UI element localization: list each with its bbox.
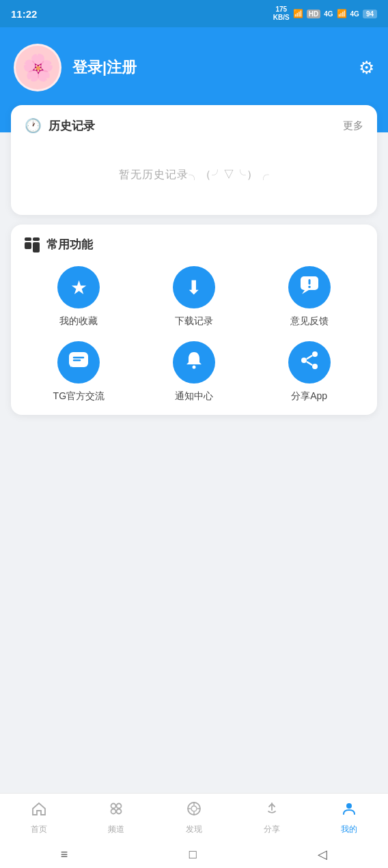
feedback-label: 意见反馈: [290, 315, 329, 328]
login-register-button[interactable]: 登录|注册: [72, 57, 137, 78]
downloads-icon: ⬇: [186, 276, 202, 299]
settings-button[interactable]: ⚙: [359, 57, 374, 78]
feature-feedback[interactable]: 意见反馈: [255, 266, 363, 328]
svg-point-12: [111, 804, 116, 809]
battery-icon: 94: [363, 10, 377, 18]
time-display: 11:22: [11, 8, 37, 20]
signal-4g-2: 4G: [350, 10, 359, 18]
signal-4g-1: 4G: [324, 10, 333, 18]
system-nav-bar: ≡ □ ◁: [0, 841, 388, 868]
home-nav-icon: [31, 800, 47, 821]
signal-bar: 📶: [337, 9, 347, 18]
feature-share[interactable]: 分享App: [255, 341, 363, 403]
features-card-header: 常用功能: [25, 237, 363, 252]
status-icons: 175KB/S 📶 HD 4G 📶 4G 94: [273, 5, 377, 22]
feature-tg[interactable]: TG官方交流: [25, 341, 133, 403]
favorites-label: 我的收藏: [59, 315, 98, 328]
network-speed: 175KB/S: [273, 5, 290, 22]
share-nav-label: 分享: [264, 824, 280, 835]
share-nav-icon: [264, 800, 280, 821]
nav-home[interactable]: 首页: [15, 800, 63, 835]
downloads-label: 下载记录: [175, 315, 213, 328]
notifications-label: 通知中心: [175, 390, 213, 403]
home-nav-label: 首页: [31, 824, 47, 835]
feature-favorites[interactable]: ★ 我的收藏: [25, 266, 133, 328]
mine-nav-icon: [341, 800, 357, 821]
svg-line-11: [307, 362, 312, 365]
svg-point-22: [346, 803, 352, 809]
features-title: 常用功能: [46, 237, 93, 252]
features-icon: [25, 237, 40, 252]
discover-nav-label: 发现: [186, 824, 202, 835]
feature-notifications[interactable]: 通知中心: [140, 341, 249, 403]
svg-point-13: [117, 804, 122, 809]
svg-point-8: [301, 358, 307, 363]
tg-label: TG官方交流: [53, 390, 105, 403]
history-title: 历史记录: [48, 118, 95, 134]
svg-rect-2: [308, 279, 310, 285]
svg-point-17: [191, 806, 197, 811]
avatar[interactable]: 🌸: [14, 44, 61, 91]
svg-marker-1: [302, 290, 309, 294]
nav-discover[interactable]: 发现: [170, 800, 218, 835]
svg-point-3: [308, 286, 311, 289]
status-bar: 11:22 175KB/S 📶 HD 4G 📶 4G 94: [0, 0, 388, 27]
svg-line-10: [307, 356, 312, 359]
features-card: 常用功能 ★ 我的收藏 ⬇ 下载记录: [11, 225, 377, 415]
mine-nav-label: 我的: [341, 824, 357, 835]
feedback-icon-circle: [288, 266, 331, 308]
features-title-row: 常用功能: [25, 237, 93, 252]
downloads-icon-circle: ⬇: [173, 266, 215, 308]
history-empty-message: 暂无历史记录╮（╯▽╰）╭: [25, 141, 363, 203]
nav-channel[interactable]: 频道: [92, 800, 140, 835]
svg-point-14: [111, 809, 116, 814]
wifi-icon: 📶: [293, 9, 303, 18]
history-more-button[interactable]: 更多: [343, 119, 363, 132]
avatar-image: 🌸: [22, 55, 54, 81]
discover-nav-icon: [186, 800, 202, 821]
notifications-icon-circle: [173, 341, 215, 384]
svg-point-9: [312, 364, 318, 369]
features-grid: ★ 我的收藏 ⬇ 下载记录: [25, 266, 363, 403]
hd-badge: HD: [307, 10, 320, 18]
svg-point-7: [312, 351, 318, 357]
bottom-navigation: 首页 频道 发现: [0, 793, 388, 841]
system-back-button[interactable]: ◁: [318, 847, 327, 862]
share-app-label: 分享App: [291, 390, 327, 403]
favorites-icon-circle: ★: [57, 266, 100, 308]
nav-mine[interactable]: 我的: [325, 800, 373, 835]
notifications-icon: [183, 349, 205, 376]
history-title-row: 🕐 历史记录: [25, 117, 95, 134]
history-card: 🕐 历史记录 更多 暂无历史记录╮（╯▽╰）╭: [11, 105, 377, 215]
channel-nav-icon: [108, 800, 124, 821]
user-info: 🌸 登录|注册: [14, 44, 137, 91]
share-icon-circle: [288, 341, 331, 384]
nav-share[interactable]: 分享: [248, 800, 296, 835]
svg-point-15: [117, 809, 122, 814]
feedback-icon: [299, 275, 320, 300]
tg-icon: [68, 349, 89, 376]
channel-nav-label: 频道: [108, 824, 124, 835]
feature-downloads[interactable]: ⬇ 下载记录: [140, 266, 249, 328]
tg-icon-circle: [57, 341, 100, 384]
svg-point-6: [192, 365, 195, 368]
favorites-icon: ★: [70, 276, 87, 299]
history-icon: 🕐: [25, 117, 42, 134]
system-menu-button[interactable]: ≡: [61, 848, 68, 862]
system-home-button[interactable]: □: [189, 848, 197, 862]
history-card-header: 🕐 历史记录 更多: [25, 117, 363, 134]
cards-container: 🕐 历史记录 更多 暂无历史记录╮（╯▽╰）╭ 常用功能: [0, 105, 388, 506]
share-icon: [299, 349, 320, 376]
